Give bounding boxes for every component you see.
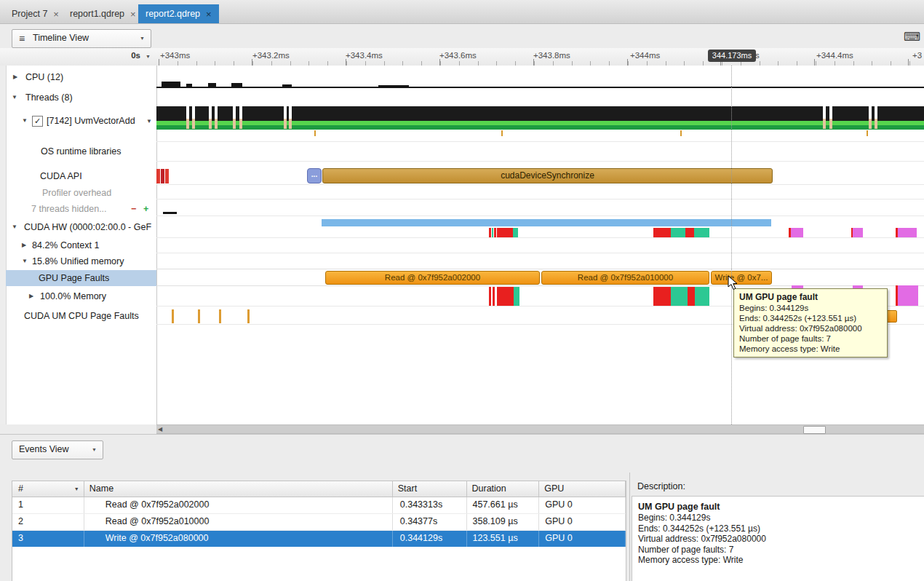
column-header-num[interactable]: # ▼ <box>12 481 84 497</box>
chevron-down-icon[interactable]: ▼ <box>12 90 17 105</box>
api-call-segment[interactable] <box>165 169 169 183</box>
chevron-down-icon[interactable]: ▼ <box>12 220 17 234</box>
ruler-origin-cell[interactable]: 0s ▼ <box>0 48 157 66</box>
sidebar-item-profiler-overhead[interactable]: Profiler overhead <box>0 186 156 200</box>
cpu-graph-peak <box>186 84 192 88</box>
kernel-segment[interactable] <box>671 228 685 237</box>
kernel-segment[interactable] <box>494 228 496 237</box>
memory-transfer-segment[interactable] <box>853 228 863 237</box>
thread-gap <box>289 106 292 129</box>
memory-segment[interactable] <box>688 287 695 306</box>
time-marker-badge[interactable]: 344.173ms <box>708 50 756 62</box>
collapsed-api-calls-chip[interactable]: ... <box>307 168 322 183</box>
show-thread-button[interactable]: + <box>143 202 148 216</box>
sidebar-item-um-cpu-page-faults[interactable]: CUDA UM CPU Page Faults <box>0 309 156 323</box>
os-event-tick[interactable] <box>501 130 503 136</box>
chevron-down-icon[interactable]: ▼ <box>22 114 28 128</box>
sidebar-item-threads[interactable]: ▼ Threads (8) <box>0 90 156 105</box>
kernel-segment[interactable] <box>497 228 513 237</box>
column-header-gpu[interactable]: GPU <box>539 481 626 497</box>
sidebar-item-label: OS runtime libraries <box>41 144 121 159</box>
sidebar-item-memory[interactable]: ▶ 100.0% Memory <box>0 289 156 304</box>
memory-segment[interactable] <box>493 287 495 306</box>
table-row[interactable]: 2 Read @ 0x7f952a010000 0.34377s 358.109… <box>12 514 626 531</box>
tooltip-line: Ends: 0.344252s (+123.551 µs) <box>739 313 882 323</box>
ruler-major-tick <box>533 59 534 66</box>
close-icon[interactable]: × <box>206 9 212 19</box>
memory-segment[interactable] <box>489 287 491 306</box>
thread-gap <box>869 106 872 129</box>
scroll-left-icon[interactable]: ◀ <box>158 425 162 433</box>
sidebar-item-cuda-api[interactable]: CUDA API <box>0 169 156 183</box>
column-header-name[interactable]: Name <box>84 481 393 497</box>
memory-segment[interactable] <box>497 287 514 306</box>
timeline-hscrollbar[interactable]: ◀ <box>156 424 924 434</box>
cpu-page-fault-tick[interactable] <box>219 309 221 323</box>
memory-segment[interactable] <box>514 287 519 306</box>
close-icon[interactable]: × <box>53 9 59 19</box>
gpu-page-fault-bar[interactable]: Read @ 0x7f952a002000 <box>325 271 540 285</box>
ruler-major-tick <box>814 59 815 66</box>
kernel-segment[interactable] <box>653 228 671 237</box>
chevron-right-icon[interactable]: ▶ <box>29 289 33 304</box>
memory-transfer-segment[interactable] <box>898 228 917 237</box>
keyboard-shortcuts-icon[interactable]: ⌨ <box>904 30 920 44</box>
memory-segment[interactable] <box>671 287 688 306</box>
api-call-segment[interactable] <box>156 169 160 183</box>
ruler-tick-label: +344.4ms <box>816 51 853 60</box>
chevron-right-icon[interactable]: ▶ <box>13 70 17 84</box>
gpu-page-fault-bar[interactable]: Read @ 0x7f952a010000 <box>541 271 709 285</box>
column-header-start[interactable]: Start <box>393 481 467 497</box>
sidebar-item-threads-hidden[interactable]: 7 threads hidden... − + <box>0 202 156 216</box>
table-row[interactable]: 1 Read @ 0x7f952a002000 0.343313s 457.66… <box>12 497 626 514</box>
cell-start: 0.343313s <box>393 497 467 513</box>
api-call-segment[interactable] <box>161 169 164 183</box>
chevron-down-icon[interactable]: ▼ <box>146 54 151 59</box>
kernel-segment[interactable] <box>694 228 709 237</box>
memory-segment[interactable] <box>653 287 671 306</box>
sidebar-item-cuda-hw[interactable]: ▼ CUDA HW (0000:02:00.0 - GeF <box>0 220 156 234</box>
os-event-tick[interactable] <box>867 130 868 136</box>
cpu-page-fault-tick[interactable] <box>198 309 200 323</box>
column-header-duration[interactable]: Duration <box>467 481 540 497</box>
os-event-tick[interactable] <box>314 130 316 136</box>
kernel-segment[interactable] <box>685 228 694 237</box>
chevron-down-icon[interactable]: ▼ <box>146 114 152 129</box>
kernel-segment[interactable] <box>492 228 493 237</box>
cuda-api-bar[interactable]: cudaDeviceSynchronize <box>322 168 773 183</box>
cpu-page-fault-tick[interactable] <box>172 309 174 323</box>
memory-segment[interactable] <box>695 287 709 306</box>
view-selector[interactable]: ≡ Timeline View ▼ <box>12 29 151 48</box>
sidebar-item-context1[interactable]: ▶ 84.2% Context 1 <box>0 238 156 253</box>
close-icon[interactable]: × <box>130 9 136 19</box>
sidebar-item-cpu[interactable]: ▶ CPU (12) <box>0 70 156 84</box>
chevron-down-icon[interactable]: ▼ <box>22 254 28 269</box>
kernel-range-bar[interactable] <box>322 219 771 226</box>
thread-gap <box>829 106 832 129</box>
thread-checkbox[interactable]: ✓ <box>32 116 43 127</box>
sidebar-item-gpu-page-faults[interactable]: GPU Page Faults <box>0 271 156 285</box>
panel-splitter[interactable] <box>629 473 630 581</box>
cell-start: 0.344129s <box>393 531 467 547</box>
os-event-tick[interactable] <box>680 130 682 136</box>
timeline-ruler[interactable]: +343ms +343.2ms +343.4ms +343.6ms +343.8… <box>156 48 924 66</box>
cpu-page-fault-tick[interactable] <box>247 309 250 323</box>
bottom-view-selector[interactable]: Events View ▼ <box>12 440 103 459</box>
memory-transfer-segment[interactable] <box>791 228 803 237</box>
gpu-page-fault-bar[interactable]: Write @ 0x7... <box>711 271 772 285</box>
ruler-tick-label: +344ms <box>630 51 660 60</box>
sidebar-item-uvmvectoradd-thread[interactable]: ▼ ✓ [7142] UvmVectorAdd ▼ <box>0 114 156 128</box>
tab-report1[interactable]: report1.qdrep × <box>63 4 143 23</box>
memory-transfer-segment[interactable] <box>898 285 918 306</box>
sidebar-item-os-runtime[interactable]: OS runtime libraries <box>0 144 156 159</box>
cpu-graph-peak <box>231 83 242 88</box>
tab-report2-active[interactable]: report2.qdrep × <box>138 4 219 23</box>
hide-thread-button[interactable]: − <box>131 202 136 216</box>
scrollbar-thumb[interactable] <box>803 426 826 434</box>
tab-project[interactable]: Project 7 × <box>4 4 66 23</box>
chevron-right-icon[interactable]: ▶ <box>22 238 26 253</box>
kernel-segment[interactable] <box>513 228 518 237</box>
table-row-selected[interactable]: 3 Write @ 0x7f952a080000 0.344129s 123.5… <box>12 531 626 547</box>
sidebar-item-unified-memory[interactable]: ▼ 15.8% Unified memory <box>0 254 156 269</box>
kernel-segment[interactable] <box>489 228 491 237</box>
